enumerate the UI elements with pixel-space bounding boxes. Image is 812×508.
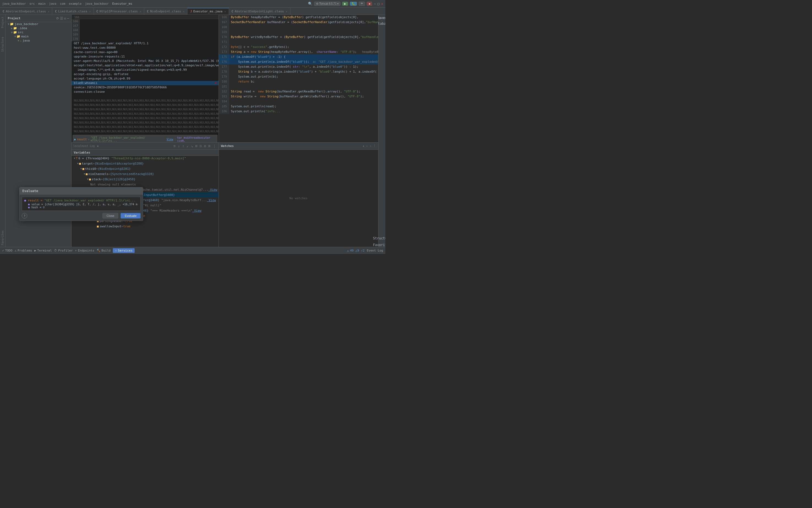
class-icon-5: C — [232, 10, 233, 13]
debug-stack-row[interactable]: ▼ ■ stack = {Object[128]@3459} — [72, 177, 219, 182]
view-link-result[interactable]: View — [167, 138, 173, 141]
run-config-selector[interactable]: ⚙ Tomcat 8.5.71 ▾ — [314, 2, 341, 6]
debug-button[interactable]: 🐛 — [350, 2, 357, 6]
tree-idea[interactable]: ▶ 📁 .idea — [5, 26, 71, 30]
watches-title: Watches — [221, 144, 234, 148]
todo-icon: ✓ — [2, 249, 4, 252]
toolbar-icon-1[interactable]: ≡ — [173, 144, 176, 148]
close-button[interactable]: Close — [102, 213, 118, 218]
close-tab-nioendpoint[interactable]: ✕ — [183, 10, 184, 13]
debug-niochannels-row[interactable]: ▼ ■ nioChannels = {SynchronizedStack@332… — [72, 171, 219, 177]
tab-abstractendpointlight[interactable]: C AbstractEndpointLight.class ✕ — [229, 8, 290, 14]
status-eventlog[interactable]: Event Log — [367, 249, 383, 252]
status-services[interactable]: ⚙ Services — [113, 248, 135, 253]
evaluate-button[interactable]: Evaluate — [121, 213, 141, 218]
code-pane[interactable]: 166 ByteBuffer heapByteBuffer = (ByteBuf… — [219, 15, 378, 142]
profiler-icon: ⏱ — [54, 249, 57, 252]
list-icon[interactable]: ☰ — [60, 16, 63, 20]
code-line-166: 166 ByteBuffer heapByteBuffer = (ByteBuf… — [219, 15, 378, 20]
watch-next-icon[interactable]: › — [370, 144, 371, 148]
maximize-icon[interactable]: □ — [378, 2, 380, 6]
tab-limitlatch[interactable]: C LimitLatch.class ✕ — [52, 8, 94, 14]
tree-src[interactable]: ▼ 📁 src — [5, 30, 71, 34]
status-build[interactable]: 🔨 Build — [97, 249, 111, 252]
run-button[interactable]: ▶ — [342, 2, 348, 6]
watch-more-icon[interactable]: ⋮ — [373, 144, 376, 148]
right-sidebar: Maven Database Structure Favorites — [378, 15, 385, 247]
problems-icon: ⚠ — [14, 249, 16, 252]
close-log-tab[interactable]: ✕ — [97, 144, 98, 147]
status-profiler[interactable]: ⏱ Profiler — [54, 249, 73, 252]
debug-arrow-this0: ▼ — [80, 167, 82, 171]
close-tab-executor[interactable]: ✕ — [224, 10, 226, 13]
maven-label[interactable]: Maven — [377, 16, 385, 20]
sidebar-project-label[interactable]: Project — [1, 15, 4, 30]
add-watch-icon[interactable]: + — [362, 144, 365, 148]
terminal-pane[interactable]: 166 166167168169170 GET — [72, 15, 219, 142]
sidebar-structure-label[interactable]: Structure — [1, 35, 4, 53]
bc-4[interactable]: java — [49, 2, 56, 5]
structure-right-label[interactable]: Structure — [373, 237, 385, 240]
tab-nioendpoint[interactable]: C NioEndpoint.class ✕ — [144, 8, 187, 14]
debug-target-row[interactable]: ▼ ■ target = {NioEndpoint$Acceptor@3280} — [72, 161, 219, 166]
close-tab-limitlatch[interactable]: ✕ — [89, 10, 91, 13]
tree-main[interactable]: ▼ 📁 main — [5, 34, 71, 39]
tab-localhostlog[interactable]: localhost Log — [73, 144, 95, 147]
debug-thread-row[interactable]: ▼ T 6 = {Thread@2404} "Thread[http-nio-8… — [72, 156, 219, 161]
view-link-headers[interactable]: View — [193, 208, 202, 213]
code-line-179: 179 System.out.println(b); — [219, 74, 378, 79]
bc-7[interactable]: java_backdoor — [85, 2, 109, 5]
folder-icon-src: 📁 — [13, 31, 17, 34]
view-link-bytebuffer[interactable]: View — [207, 198, 216, 203]
debug-toolbar: localhost Log ✕ ≡ ↓ ↑ ↙ ↘ ⊞ ⊟ ⚙ ⊞ ⋮ — [72, 142, 219, 150]
close-tab-abstractendpointlight[interactable]: ✕ — [286, 10, 287, 13]
sync-icon[interactable]: ⟳ — [56, 16, 59, 20]
tab-abstractendpoint[interactable]: C AbstractEndpoint.class ✕ — [0, 8, 52, 14]
bc-1[interactable]: java_backdoor — [2, 2, 26, 5]
class-icon-4: C — [147, 10, 148, 13]
debug-swallowInput-row[interactable]: ■ swallowInput = true — [72, 224, 219, 229]
tree-root[interactable]: ▼ 📁 java_backdoor — [5, 22, 71, 26]
close-icon[interactable]: ✕ — [381, 2, 383, 6]
bc-3[interactable]: main — [38, 2, 46, 5]
toolbar-icon-4[interactable]: ↙ — [186, 144, 189, 148]
toolbar-icon-more[interactable]: ⊞ — [208, 144, 211, 148]
minimize-panel-icon[interactable]: — — [67, 16, 69, 20]
term-null-7: NULNULNULNULNULNULNULNULNULNULNULNULNULN… — [72, 125, 219, 129]
term-cookie: cookie:JSESSIONID=2D5DDF880FC01E85F76CF1… — [72, 85, 219, 90]
coverage-button[interactable]: ☂ — [359, 2, 365, 6]
watches-empty-text: No watches — [289, 197, 307, 200]
tree-java[interactable]: ▼ ☕ java — [5, 39, 71, 43]
filter-icon[interactable]: ⚙ — [64, 16, 66, 20]
status-endpoints[interactable]: ⚡ Endpoints — [75, 249, 94, 252]
term-accept: accept:text/html,application/xhtml+xml,a… — [72, 63, 219, 68]
stop-button[interactable]: ■ — [367, 2, 372, 6]
close-tab-abstractendpoint[interactable]: ✕ — [48, 10, 49, 13]
toolbar-icon-2[interactable]: ↓ — [177, 144, 180, 148]
close-tab-http11processor[interactable]: ✕ — [140, 10, 141, 13]
toolbar-icon-menu[interactable]: ⋮ — [212, 144, 217, 148]
status-warnings[interactable]: △ 49 △9 ✓2 — [347, 249, 365, 252]
toolbar-icon-settings[interactable]: ⚙ — [203, 144, 207, 148]
tab-http11processor[interactable]: C Http11Processor.class ✕ — [94, 8, 144, 14]
watch-prev-icon[interactable]: ‹ — [366, 144, 368, 148]
help-button[interactable]: ? — [22, 213, 27, 218]
view-link-niochannel[interactable]: View — [208, 187, 217, 192]
toolbar-icon-3[interactable]: ↑ — [182, 144, 185, 148]
status-problems[interactable]: ⚠ Problems — [14, 249, 32, 252]
toolbar-icon-5[interactable]: ↘ — [190, 144, 194, 148]
sidebar-favorites-label[interactable]: Favorites — [1, 229, 4, 247]
tab-executor-ms[interactable]: J Executor_ms.java ✕ — [187, 8, 229, 14]
minimize-icon[interactable]: — — [374, 2, 376, 6]
favorites-right-label[interactable]: Favorites — [373, 243, 385, 247]
debug-this0-row[interactable]: ▼ ■ this$0 = {NioEndpoint@3281} — [72, 166, 219, 171]
bc-5[interactable]: com — [60, 2, 65, 5]
search-icon[interactable]: 🔍 — [308, 2, 312, 6]
status-terminal[interactable]: ▶ Terminal — [34, 249, 52, 252]
status-todo[interactable]: ✓ TODO — [2, 249, 12, 252]
toolbar-icon-6[interactable]: ⊞ — [195, 144, 198, 148]
result-indicator: ● — [74, 138, 76, 141]
toolbar-icon-7[interactable]: ⊟ — [199, 144, 202, 148]
bc-6[interactable]: example — [69, 2, 82, 5]
bc-2[interactable]: src — [30, 2, 35, 5]
